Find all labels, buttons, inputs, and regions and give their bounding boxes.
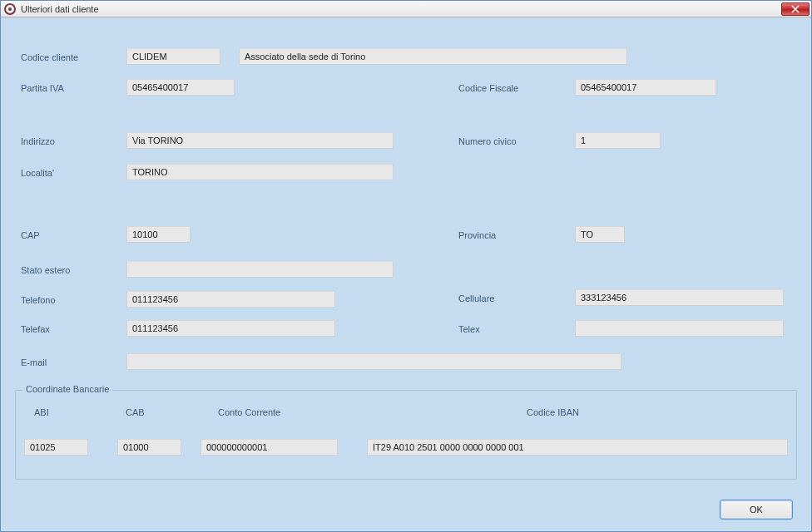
input-telefono[interactable] <box>126 291 335 308</box>
input-email[interactable] <box>126 353 621 370</box>
app-icon <box>4 3 16 15</box>
input-provincia[interactable] <box>575 226 625 243</box>
input-partita-iva[interactable] <box>126 79 235 96</box>
label-codice-fiscale: Codice Fiscale <box>458 83 518 93</box>
input-telex[interactable] <box>575 320 784 337</box>
label-indirizzo: Indirizzo <box>21 136 55 146</box>
label-cab: CAB <box>126 407 145 417</box>
input-telefax[interactable] <box>126 320 335 337</box>
ok-button[interactable]: OK <box>720 500 793 520</box>
input-codice-iban[interactable] <box>367 439 788 456</box>
close-icon <box>791 5 800 13</box>
label-cellulare: Cellulare <box>458 293 494 303</box>
label-codice-iban: Codice IBAN <box>527 407 579 417</box>
label-numero-civico: Numero civico <box>458 136 517 146</box>
input-abi[interactable] <box>24 439 88 456</box>
label-cap: CAP <box>21 230 40 240</box>
label-abi: ABI <box>34 407 49 417</box>
input-descrizione[interactable] <box>239 48 627 65</box>
dialog-content: Codice cliente Partita IVA Codice Fiscal… <box>1 17 811 531</box>
label-codice-cliente: Codice cliente <box>21 52 78 62</box>
dialog-window: Ulteriori dati cliente Codice cliente Pa… <box>0 0 812 532</box>
close-button[interactable] <box>781 2 810 16</box>
window-title: Ulteriori dati cliente <box>21 4 99 14</box>
label-telefono: Telefono <box>21 295 56 305</box>
label-stato-estero: Stato estero <box>21 265 70 275</box>
input-cellulare[interactable] <box>575 289 784 306</box>
input-indirizzo[interactable] <box>126 132 394 149</box>
label-conto-corrente: Conto Corrente <box>218 407 280 417</box>
input-stato-estero[interactable] <box>126 261 394 278</box>
label-partita-iva: Partita IVA <box>21 83 64 93</box>
input-conto-corrente[interactable] <box>201 439 338 456</box>
label-telefax: Telefax <box>21 324 50 334</box>
title-bar: Ulteriori dati cliente <box>1 1 811 17</box>
input-codice-cliente[interactable] <box>126 48 220 65</box>
input-codice-fiscale[interactable] <box>575 79 716 96</box>
input-cab[interactable] <box>117 439 181 456</box>
label-email: E-mail <box>21 357 47 367</box>
input-cap[interactable] <box>126 226 191 243</box>
label-provincia: Provincia <box>458 230 496 240</box>
label-telex: Telex <box>458 324 480 334</box>
groupbox-coordinate-bancarie: Coordinate Bancarie ABI CAB Conto Corren… <box>15 390 797 480</box>
input-numero-civico[interactable] <box>575 132 661 149</box>
input-localita[interactable] <box>126 164 394 180</box>
label-localita: Localita' <box>21 168 54 178</box>
group-legend-coordinate-bancarie: Coordinate Bancarie <box>22 384 112 394</box>
